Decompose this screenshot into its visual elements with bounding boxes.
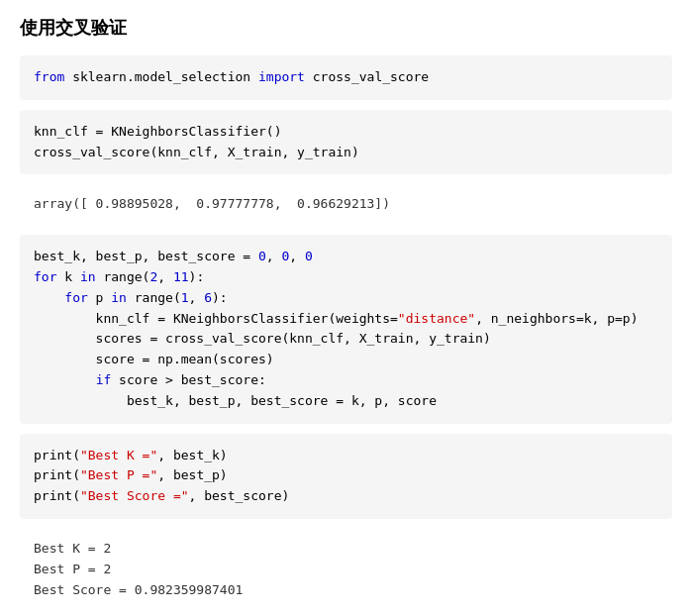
- code-block-block3: best_k, best_p, best_score = 0, 0, 0 for…: [20, 235, 672, 423]
- code-block-block1: from sklearn.model_selection import cros…: [20, 55, 672, 100]
- code-block-block4: print("Best K =", best_k) print("Best P …: [20, 434, 672, 519]
- code-content-block1: from sklearn.model_selection import cros…: [34, 67, 658, 88]
- code-content-block3: best_k, best_p, best_score = 0, 0, 0 for…: [34, 247, 658, 411]
- code-block-out2: Best K = 2 Best P = 2 Best Score = 0.982…: [20, 529, 672, 610]
- page-title: 使用交叉验证: [20, 16, 672, 40]
- code-content-block4: print("Best K =", best_k) print("Best P …: [34, 446, 658, 507]
- code-block-out1: array([ 0.98895028, 0.97777778, 0.966292…: [20, 184, 672, 225]
- code-content-block2: knn_clf = KNeighborsClassifier() cross_v…: [34, 122, 658, 163]
- code-content-out1: array([ 0.98895028, 0.97777778, 0.966292…: [34, 194, 658, 215]
- content-area: from sklearn.model_selection import cros…: [20, 55, 672, 616]
- code-block-block2: knn_clf = KNeighborsClassifier() cross_v…: [20, 110, 672, 175]
- code-content-out2: Best K = 2 Best P = 2 Best Score = 0.982…: [34, 539, 658, 600]
